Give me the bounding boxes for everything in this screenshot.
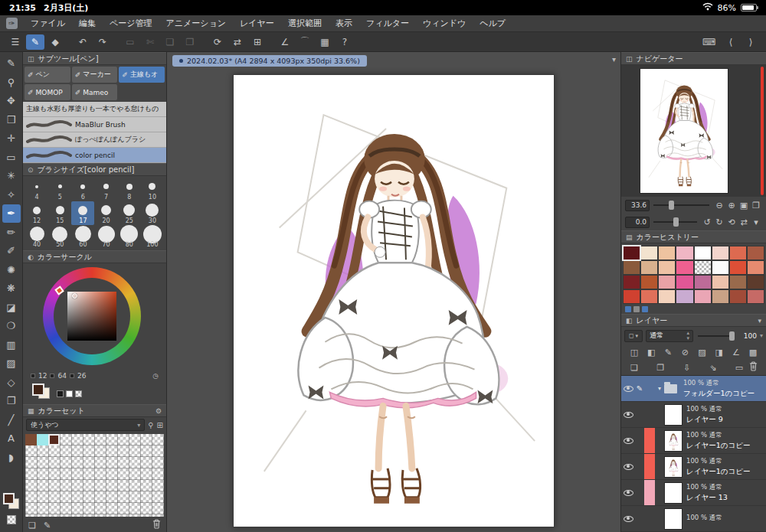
history-color-swatch[interactable]	[676, 289, 693, 304]
lock-layer-icon[interactable]: ⊘	[678, 348, 692, 357]
frame-border-tool-icon[interactable]: ❐	[2, 392, 21, 410]
draft-layer-icon[interactable]: ✎	[661, 348, 675, 357]
layer-row[interactable]: 100 % 通常 レイヤー1のコピー	[621, 428, 766, 454]
auto-select-tool-icon[interactable]: ✳	[2, 167, 21, 185]
rotate-cw-icon[interactable]: ↻	[713, 216, 725, 228]
edit-color-icon[interactable]: ✎	[44, 521, 51, 530]
redo-icon[interactable]: ↷	[93, 34, 112, 50]
history-color-swatch[interactable]	[747, 246, 764, 260]
pencil-tool-icon[interactable]: ✏	[2, 223, 21, 241]
clip-at-layer-icon[interactable]: ◧	[644, 348, 658, 357]
clip-studio-logo-icon[interactable]: ✑	[6, 18, 18, 29]
reset-display-icon[interactable]: ▾	[750, 216, 762, 228]
color-set-swatch[interactable]	[37, 434, 48, 446]
actual-size-icon[interactable]: ▣	[738, 199, 750, 211]
transparent-color-switch[interactable]	[75, 390, 82, 397]
subtool-group-tab[interactable]: ✐ ペン	[25, 67, 70, 83]
history-color-swatch[interactable]	[640, 260, 658, 275]
brush-size-cell[interactable]: 70	[94, 225, 117, 249]
palette-option-select[interactable]: ◻▾	[624, 330, 643, 342]
rotation-value[interactable]: 0.0	[625, 217, 650, 228]
layer-thumbnail[interactable]	[664, 456, 683, 478]
indicator-chip[interactable]	[625, 306, 631, 312]
brush-item[interactable]: MaaBlur Brush	[23, 117, 166, 132]
transfer-down-icon[interactable]: ⇩	[680, 363, 694, 373]
rotation-slider[interactable]	[652, 216, 699, 228]
color-set-grid[interactable]	[25, 434, 164, 517]
new-folder-icon[interactable]: ❐	[653, 363, 667, 373]
brush-size-cell[interactable]: 40	[25, 225, 48, 249]
keyboard-icon[interactable]: ⌨	[698, 34, 720, 50]
brush-size-cell[interactable]: 4	[25, 178, 48, 201]
hue-ring[interactable]	[43, 267, 141, 365]
brush-size-cell[interactable]: 80	[118, 225, 141, 249]
history-color-swatch[interactable]	[623, 289, 640, 304]
layer-visibility-eye-icon[interactable]	[621, 516, 635, 522]
brush-size-cell[interactable]: 100	[141, 225, 164, 249]
menu-item[interactable]: 選択範囲	[281, 18, 329, 29]
fit-screen-icon[interactable]: ❐	[750, 199, 762, 211]
zoom-value[interactable]: 33.6	[625, 200, 650, 211]
brush-item[interactable]: ぽっぺぽんぽんブラシ	[23, 132, 166, 148]
history-color-swatch[interactable]	[712, 246, 729, 260]
history-color-swatch[interactable]	[729, 275, 747, 289]
decoration-tool-icon[interactable]: ❋	[2, 279, 21, 298]
saturation-value-square[interactable]	[67, 292, 116, 341]
subtool-group-tab[interactable]: ✐ 主線もオ	[119, 67, 165, 83]
sub-color-switch[interactable]	[66, 390, 73, 397]
trash-icon[interactable]	[152, 519, 161, 531]
history-color-swatch[interactable]	[676, 260, 693, 275]
menu-item[interactable]: 編集	[72, 18, 103, 29]
navigator-thumbnail[interactable]	[640, 68, 728, 194]
subtool-group-tab[interactable]: ✐ Mameo	[72, 84, 118, 100]
history-color-swatch[interactable]	[747, 275, 764, 289]
airbrush-tool-icon[interactable]: ✺	[2, 260, 21, 279]
main-color-switch[interactable]	[57, 390, 64, 397]
add-color-icon[interactable]: ❏	[28, 521, 36, 530]
color-chips[interactable]	[2, 492, 21, 511]
history-color-swatch[interactable]	[694, 246, 712, 260]
history-color-swatch[interactable]	[747, 260, 764, 275]
snap-special-ruler-icon[interactable]: ⌒	[296, 34, 314, 50]
layer-color-label[interactable]	[644, 506, 655, 531]
menu-item[interactable]: アニメーション	[159, 18, 234, 29]
brush-size-cell[interactable]: 8	[118, 178, 141, 201]
history-color-swatch[interactable]	[712, 289, 729, 304]
brush-size-cell[interactable]: 50	[48, 225, 71, 249]
figure-tool-icon[interactable]: ◇	[2, 373, 21, 391]
cut-icon[interactable]: ✄	[141, 34, 159, 50]
fill-tool-icon[interactable]: ▥	[2, 335, 21, 354]
help-icon[interactable]: ?	[336, 34, 354, 50]
move-tool-icon[interactable]: ✛	[2, 129, 21, 148]
layer-thumbnail[interactable]	[664, 430, 683, 452]
menu-item[interactable]: 表示	[329, 18, 359, 29]
enable-mask-icon[interactable]: ◨	[712, 348, 726, 357]
history-color-swatch[interactable]	[658, 246, 676, 260]
transparent-color-chip[interactable]	[7, 515, 16, 524]
history-color-swatch[interactable]	[623, 246, 640, 260]
hand-tool-icon[interactable]: ✥	[2, 92, 21, 110]
navigator-preview[interactable]	[621, 65, 766, 197]
layer-thumbnail[interactable]	[664, 383, 679, 394]
menu-item[interactable]: ヘルプ	[473, 18, 512, 29]
tab-list-chevron-icon[interactable]: ▾	[612, 55, 616, 64]
zoom-out-icon[interactable]: ⊖	[713, 199, 725, 211]
history-color-swatch[interactable]	[729, 289, 747, 304]
collapse-left-panel-icon[interactable]: ⟨	[722, 34, 740, 50]
layer-row[interactable]: 100 % 通常 レイヤー 9	[621, 402, 766, 428]
eyedropper-tool-icon[interactable]: ✧	[2, 185, 21, 204]
deselect-icon[interactable]: ▭	[121, 34, 139, 50]
opacity-chevron-icon[interactable]: ▾	[760, 332, 763, 339]
canvas-page[interactable]	[233, 74, 555, 527]
history-color-swatch[interactable]	[676, 246, 693, 260]
layer-row[interactable]: 100 % 通常	[621, 506, 766, 532]
gradient-tool-icon[interactable]: ▨	[2, 354, 21, 373]
menu-item[interactable]: ウィンドウ	[416, 18, 473, 29]
ruler-tool-icon[interactable]: ╱	[2, 410, 21, 429]
menu-item[interactable]: ファイル	[24, 18, 72, 29]
history-color-swatch[interactable]	[676, 275, 693, 289]
navigator-scrollbar[interactable]	[761, 67, 764, 195]
main-color-chip[interactable]	[3, 493, 15, 504]
layer-color-label[interactable]	[644, 376, 655, 401]
folder-chevron-icon[interactable]: ▾	[655, 385, 664, 392]
